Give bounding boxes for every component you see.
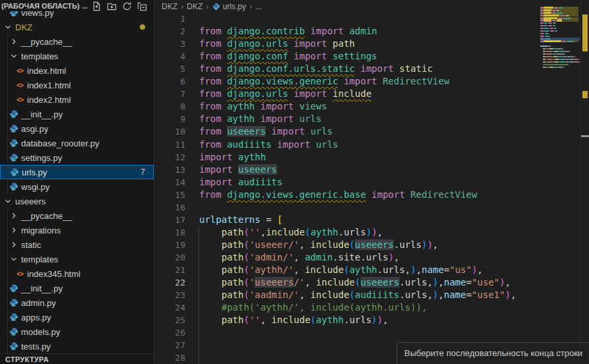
- tree-file--init-py[interactable]: __init__.py: [0, 281, 154, 295]
- code-line-5[interactable]: 5from django.conf.urls.static import sta…: [155, 63, 589, 75]
- tree-file-index345-html[interactable]: <>index345.html: [0, 266, 154, 281]
- breadcrumb-item[interactable]: DKZ: [187, 2, 202, 11]
- tree-file-urls-py[interactable]: urls.py7: [0, 165, 154, 179]
- code-line-8[interactable]: 8from aythh import views: [155, 100, 589, 113]
- code-line-6[interactable]: 6from django.views.generic import Redire…: [155, 75, 589, 88]
- tree-item-label: __init__.py: [19, 284, 63, 293]
- code-line-2[interactable]: 2from django.contrib import admin: [155, 25, 589, 38]
- tree-folder--pycache-[interactable]: __pycache__: [0, 34, 154, 49]
- breadcrumb-item[interactable]: DKZ: [162, 2, 177, 11]
- minimap-line-fragment: [552, 13, 556, 14]
- workspace-section-header[interactable]: (РАБОЧАЯ ОБЛАСТЬ) ...: [0, 0, 154, 11]
- code-line-14[interactable]: 14import audiiits: [155, 176, 589, 189]
- tree-file-asgi-py[interactable]: asgi.py: [0, 121, 154, 136]
- code-line-24[interactable]: 24 #path('aythh/', include(aythh.urls)),: [155, 301, 589, 314]
- code-line-20[interactable]: 20 path('admin/', admin.site.urls),: [155, 251, 589, 264]
- code-line-3[interactable]: 3from django.urls import path: [155, 38, 589, 50]
- code-line-4[interactable]: 4from django.conf import settings: [155, 50, 589, 63]
- tree-folder-dkz[interactable]: DKZ: [0, 20, 154, 34]
- minimap-line-fragment: [554, 51, 559, 52]
- code-line-25[interactable]: 25 path('', include(aythh.urls)),: [155, 314, 589, 326]
- new-folder-icon[interactable]: [107, 1, 117, 11]
- minimap-line-fragment: [546, 61, 552, 63]
- minimap-line-fragment: [557, 10, 559, 11]
- code-text: import aythh: [199, 151, 266, 164]
- tree-file-admin-py[interactable]: admin.py: [0, 295, 154, 310]
- tree-file-apps-py[interactable]: apps.py: [0, 310, 154, 324]
- tree-file-tests-py[interactable]: tests.py: [0, 339, 154, 353]
- tree-file-wsgi-py[interactable]: wsgi.py: [0, 179, 154, 194]
- python-file-icon: [9, 109, 19, 119]
- minimap-line-fragment: [552, 10, 556, 11]
- chevron-down-icon: [9, 51, 19, 61]
- code-line-16[interactable]: 16: [155, 201, 589, 214]
- editor-pane[interactable]: 12from django.contrib import admin3from …: [155, 0, 589, 364]
- code-line-18[interactable]: 18 path('',include(aythh.urls)),: [155, 226, 589, 239]
- minimap[interactable]: [540, 1, 580, 87]
- minimap-line-fragment: [562, 41, 566, 42]
- tree-folder-templates[interactable]: templates: [0, 252, 154, 266]
- html-file-icon: <>: [15, 80, 25, 90]
- line-number: 24: [155, 301, 185, 314]
- tree-file-models-py[interactable]: models.py: [0, 324, 154, 339]
- code-text: import audiiits: [199, 176, 282, 189]
- chevron-right-icon: [9, 239, 19, 250]
- code-line-23[interactable]: 23 path('aadmin/', include(audiiits.urls…: [155, 289, 589, 301]
- tree-folder-useeers[interactable]: useeers: [0, 194, 154, 208]
- code-line-1[interactable]: 1: [155, 13, 589, 25]
- python-file-icon: [9, 138, 19, 148]
- code-line-22[interactable]: 22 path('useeers/', include(useeers.urls…: [155, 276, 589, 289]
- tree-indent-guide: [7, 208, 8, 353]
- tree-folder-migrations[interactable]: migrations: [0, 223, 154, 237]
- code-line-17[interactable]: 17urlpatterns = [: [155, 214, 589, 226]
- minimap-line-fragment: [549, 48, 553, 49]
- outline-section-header[interactable]: СТРУКТУРА: [0, 353, 154, 364]
- code-line-21[interactable]: 21 path('aythh/', include(aythh.urls,),n…: [155, 264, 589, 276]
- tree-file-index2-html[interactable]: <>index2.html: [0, 92, 154, 107]
- tree-item-label: urls.py: [20, 167, 47, 177]
- tree-folder-templates[interactable]: templates: [0, 49, 154, 63]
- chevron-right-icon: [9, 225, 19, 235]
- minimap-line-fragment: [547, 59, 552, 60]
- line-number: 8: [155, 100, 185, 113]
- code-line-11[interactable]: 11from audiiits import urls: [155, 138, 589, 151]
- breadcrumb-item[interactable]: ...: [255, 2, 262, 11]
- tree-file-index-html[interactable]: <>index.html: [0, 63, 154, 78]
- line-number: 15: [155, 189, 185, 201]
- minimap-line-fragment: [574, 61, 578, 63]
- code-text: from django.urls import path: [199, 38, 355, 50]
- code-area[interactable]: 12from django.contrib import admin3from …: [155, 0, 589, 364]
- code-line-26[interactable]: 26: [155, 326, 589, 339]
- line-number: 11: [155, 138, 185, 151]
- new-file-icon[interactable]: [92, 1, 102, 11]
- code-line-7[interactable]: 7from django.urls import include: [155, 88, 589, 100]
- breadcrumb-item[interactable]: urls.py: [212, 2, 246, 11]
- tree-folder--pycache-[interactable]: __pycache__: [0, 208, 154, 223]
- tree-file-settings-py[interactable]: settings.py: [0, 150, 154, 165]
- breadcrumb-separator-icon: ›: [249, 1, 252, 11]
- chevron-down-icon: [9, 254, 19, 264]
- code-line-13[interactable]: 13import useeers: [155, 164, 589, 176]
- tree-item-label: __pycache__: [19, 211, 72, 221]
- tree-item-label: __init__.py: [19, 109, 63, 119]
- tree-file-index1-html[interactable]: <>index1.html: [0, 78, 154, 92]
- tree-file--init-py[interactable]: __init__.py: [0, 107, 154, 121]
- code-line-9[interactable]: 9from aythh import urls: [155, 113, 589, 125]
- code-line-10[interactable]: 10from useeers import urls: [155, 125, 589, 138]
- breadcrumb-item-label: urls.py: [223, 2, 246, 11]
- code-line-12[interactable]: 12import aythh: [155, 151, 589, 164]
- code-text: from django.contrib import admin: [199, 25, 377, 38]
- tooltip-text: Выберите последовательность конца строки: [404, 348, 582, 358]
- overview-ruler[interactable]: [580, 0, 589, 364]
- code-line-15[interactable]: 15from django.views.generic.base import …: [155, 189, 589, 201]
- minimap-line-fragment: [545, 36, 549, 37]
- collapse-all-icon[interactable]: [137, 1, 147, 11]
- chevron-right-icon: [9, 210, 19, 221]
- line-number: 12: [155, 151, 185, 164]
- code-line-19[interactable]: 19 path('useeer/', include(useeers.urls)…: [155, 239, 589, 251]
- tree-item-label: settings.py: [19, 153, 62, 163]
- tree-file-database-roouter-py[interactable]: database_roouter.py: [0, 136, 154, 150]
- tree-folder-static[interactable]: static: [0, 237, 154, 252]
- refresh-icon[interactable]: [122, 1, 132, 11]
- python-file-icon: [9, 312, 19, 322]
